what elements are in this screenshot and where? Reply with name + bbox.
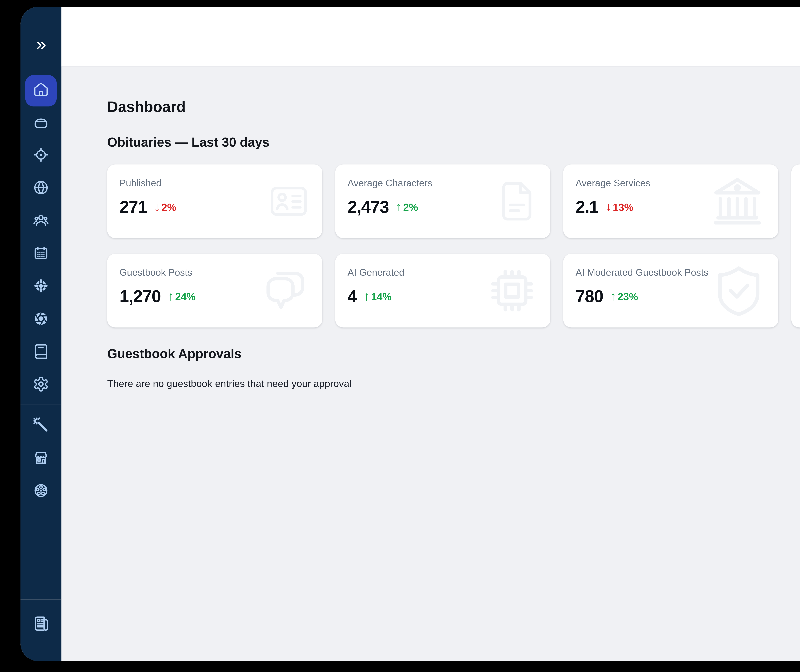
stat-value: 4 <box>348 286 357 306</box>
stat-card-average-characters: Average Characters 2,473 ↑2% <box>335 164 550 238</box>
book-icon <box>33 343 49 362</box>
film-reel-icon <box>33 482 49 501</box>
cpu-chip-icon <box>485 263 539 318</box>
sidebar <box>21 7 61 661</box>
screen: SV Dashboard Obituaries — Last 30 days L… <box>0 0 800 672</box>
average-views-card: Average Views 1,578 — TOP VIEWS — Owen B… <box>791 164 800 328</box>
stat-value: 780 <box>576 286 603 306</box>
content: Dashboard Obituaries — Last 30 days Last… <box>61 67 800 661</box>
stats-grid: Published 271 ↓2% Average Characters <box>107 164 800 328</box>
storefront-icon <box>33 450 49 469</box>
trend-up-icon: ↑ <box>168 290 174 302</box>
guestbook-approvals-heading: Guestbook Approvals <box>107 345 800 362</box>
sidebar-divider-bottom <box>21 599 61 600</box>
document-icon <box>494 177 539 225</box>
stat-delta: ↓2% <box>154 201 176 213</box>
trend-up-icon: ↑ <box>610 290 616 302</box>
contact-card-icon <box>266 180 311 222</box>
stat-delta: ↑23% <box>610 290 638 302</box>
sidebar-item-archive[interactable] <box>25 107 58 140</box>
sidebar-item-media[interactable] <box>25 304 58 336</box>
home-icon <box>33 81 49 100</box>
archive-box-icon <box>33 114 49 133</box>
chat-bubbles-icon <box>260 265 311 317</box>
trend-up-icon: ↑ <box>364 290 370 302</box>
sidebar-item-news[interactable] <box>25 608 58 641</box>
sidebar-item-ai-tools[interactable] <box>25 410 58 443</box>
flower-icon <box>33 278 49 297</box>
stat-value: 2.1 <box>576 197 598 216</box>
stat-card-guestbook-posts: Guestbook Posts 1,270 ↑24% <box>107 254 322 328</box>
stat-delta: ↓13% <box>605 201 633 213</box>
stat-card-ai-moderated: AI Moderated Guestbook Posts 780 ↑23% <box>563 254 778 328</box>
stat-value: 271 <box>120 197 147 216</box>
obituaries-heading: Obituaries — Last 30 days <box>107 134 269 151</box>
main-area: SV Dashboard Obituaries — Last 30 days L… <box>61 7 800 661</box>
locate-target-icon <box>33 147 49 166</box>
sidebar-item-locate[interactable] <box>25 140 58 173</box>
sidebar-item-calendar[interactable] <box>25 238 58 271</box>
stat-value: 2,473 <box>348 197 389 216</box>
page-title: Dashboard <box>107 97 800 117</box>
sidebar-bottom <box>21 596 61 661</box>
double-chevron-right-icon <box>34 38 48 55</box>
magic-wand-icon <box>33 417 49 436</box>
sidebar-item-films[interactable] <box>25 475 58 508</box>
stat-value: 1,270 <box>120 286 161 306</box>
sidebar-divider <box>21 405 61 405</box>
sidebar-item-globe[interactable] <box>25 173 58 205</box>
sidebar-expand-button[interactable] <box>25 30 58 63</box>
stat-card-ai-generated: AI Generated 4 ↑14% <box>335 254 550 328</box>
globe-icon <box>33 179 49 198</box>
stat-delta: ↑14% <box>364 290 391 302</box>
stat-card-average-services: Average Services 2.1 ↓13% <box>563 164 778 238</box>
trend-down-icon: ↓ <box>154 201 160 213</box>
shield-check-icon <box>710 262 767 319</box>
sidebar-item-settings[interactable] <box>25 369 58 402</box>
stat-delta: ↑2% <box>396 201 418 213</box>
gear-icon <box>33 376 49 395</box>
sidebar-item-home[interactable] <box>25 75 57 106</box>
users-icon <box>33 212 49 231</box>
obituaries-section-header: Obituaries — Last 30 days Last refreshed… <box>107 134 800 151</box>
sidebar-item-users[interactable] <box>25 205 58 238</box>
stat-delta: ↑24% <box>168 290 196 302</box>
aperture-icon <box>33 310 49 330</box>
app-window: SV Dashboard Obituaries — Last 30 days L… <box>21 7 800 661</box>
calendar-icon <box>33 245 49 264</box>
stat-card-published: Published 271 ↓2% <box>107 164 322 238</box>
newspaper-icon <box>33 615 49 634</box>
sidebar-item-book[interactable] <box>25 336 58 369</box>
sidebar-item-flowers[interactable] <box>25 271 58 304</box>
trend-down-icon: ↓ <box>605 201 611 213</box>
trend-up-icon: ↑ <box>396 201 402 213</box>
top-bar: SV <box>61 7 800 67</box>
sidebar-nav <box>21 74 61 508</box>
sidebar-item-store[interactable] <box>25 443 58 475</box>
guestbook-empty-message: There are no guestbook entries that need… <box>107 378 800 389</box>
bank-icon <box>707 171 768 231</box>
